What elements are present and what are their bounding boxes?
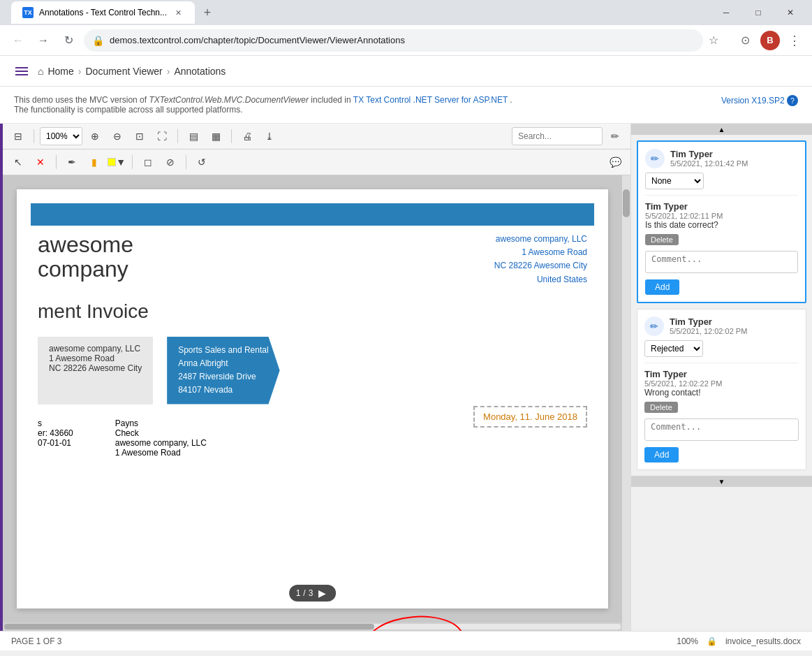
profile-button[interactable]: B: [760, 31, 780, 50]
tab-favicon: TX: [22, 7, 34, 18]
demo-text2: included in: [311, 95, 353, 105]
payment-left: s er: 43660 07-01-01: [38, 418, 73, 458]
color-picker-btn[interactable]: ▼: [107, 152, 126, 172]
select-tool-btn[interactable]: ↖: [8, 152, 28, 172]
menu-button[interactable]: ⋮: [785, 30, 804, 51]
bookmark-button[interactable]: ☆: [709, 34, 718, 47]
status-bar: PAGE 1 OF 3 100% 🔒 invoice_results.docx: [0, 631, 812, 650]
single-page-btn[interactable]: ▤: [184, 126, 203, 146]
hamburger-line: [15, 74, 28, 75]
comment-input-1[interactable]: [645, 251, 798, 273]
two-page-btn[interactable]: ▦: [206, 126, 226, 146]
add-button-2[interactable]: Add: [644, 447, 679, 462]
doc-vertical-scrollbar[interactable]: [622, 175, 630, 631]
close-button[interactable]: ✕: [774, 0, 806, 25]
zoom-in-btn[interactable]: ⊕: [85, 126, 105, 146]
scrollbar-thumb: [623, 189, 630, 217]
annotation-sub-date-1: 5/5/2021, 12:02:11 PM: [645, 212, 798, 220]
demo-text3: .: [510, 95, 512, 105]
download-btn[interactable]: ⤓: [260, 126, 279, 146]
date-annotation-box: Monday, 11. June 2018: [473, 406, 587, 428]
forward-button[interactable]: →: [34, 31, 53, 50]
annotation-sub-comment-1: Is this date correct?: [645, 220, 798, 230]
document-scroll-area[interactable]: awesome company awesome company, LLC 1 A…: [3, 175, 622, 631]
tab-label: Annotations - Text Control Techn...: [39, 8, 167, 17]
zoom-level: 100%: [677, 636, 698, 646]
maximize-button[interactable]: □: [742, 0, 774, 25]
zoom-select[interactable]: 100%: [40, 127, 82, 145]
annotate-btn[interactable]: ✏: [605, 126, 625, 146]
delete-annotation-btn[interactable]: ✕: [31, 152, 50, 172]
annotation-icon-1: ✏: [645, 149, 665, 168]
breadcrumb-home-link[interactable]: Home: [47, 66, 73, 77]
annotation-status-select-2[interactable]: None Accepted Rejected Cancelled: [644, 340, 703, 357]
panel-scroll-down[interactable]: ▼: [631, 476, 812, 487]
breadcrumb-sep2: ›: [167, 66, 170, 77]
back-button[interactable]: ←: [8, 31, 28, 50]
fit-page-btn[interactable]: ⛶: [152, 126, 172, 146]
annotation-date-1: 5/5/2021, 12:01:42 PM: [670, 159, 748, 168]
eraser-btn[interactable]: ◻: [138, 152, 158, 172]
page-total: 3: [309, 588, 313, 598]
reload-button[interactable]: ↻: [59, 31, 78, 50]
viewer-toolbar-2: ↖ ✕ ✒ ▮ ▼ ◻ ⊘ ↺ 💬: [3, 150, 630, 175]
panel-scroll-up[interactable]: ▲: [631, 124, 812, 135]
to-address-box: Sports Sales and Rental Anna Albright 24…: [167, 337, 279, 404]
invoice-title: ment Invoice: [38, 300, 587, 323]
version-info[interactable]: Version X19.SP2 ?: [721, 95, 798, 106]
extensions-button[interactable]: ⊙: [735, 31, 755, 50]
print-btn[interactable]: 🖨: [237, 126, 257, 146]
page-current: 1: [296, 588, 301, 598]
minimize-button[interactable]: ─: [710, 0, 742, 25]
demo-link[interactable]: TX Text Control .NET Server for ASP.NET: [353, 95, 508, 105]
annotation-sub-date-2: 5/5/2021, 12:02:22 PM: [644, 379, 799, 388]
delete-button-1[interactable]: Delete: [645, 234, 679, 245]
comment-input-2[interactable]: [644, 418, 799, 441]
layout-single-btn[interactable]: ⊟: [8, 126, 28, 146]
demo-text1: This demo uses the MVC version of: [14, 95, 149, 105]
annotation-icon-2: ✏: [644, 316, 664, 336]
annotation-status-select-1[interactable]: None Accepted Rejected Cancelled: [645, 173, 704, 189]
breadcrumb-current: Annotations: [174, 66, 226, 77]
active-tab[interactable]: TX Annotations - Text Control Techn... ✕: [11, 1, 195, 24]
delete-button-2[interactable]: Delete: [644, 402, 678, 413]
circle-annotation: [364, 612, 466, 631]
hamburger-line: [15, 71, 28, 72]
annotation-sub-comment-2: Wrong contact!: [644, 388, 799, 398]
page-navigation[interactable]: 1 / 3 ▶: [289, 585, 337, 602]
undo-btn[interactable]: ↺: [192, 152, 212, 172]
breadcrumb-home-icon: ⌂: [38, 66, 43, 77]
page-next-button[interactable]: ▶: [316, 588, 329, 599]
zoom-out-btn[interactable]: ⊖: [108, 126, 127, 146]
page-info: PAGE 1 OF 3: [11, 636, 61, 646]
clear-btn[interactable]: ⊘: [161, 152, 180, 172]
breadcrumb-section-link[interactable]: Document Viewer: [86, 66, 163, 77]
new-tab-button[interactable]: +: [198, 3, 217, 22]
url-text: demos.textcontrol.com/chapter/topic/Docu…: [110, 35, 695, 45]
hamburger-menu[interactable]: [11, 63, 32, 80]
breadcrumb: ⌂ Home › Document Viewer › Annotations: [38, 66, 226, 77]
annotation-card-1: ✏ Tim Typer 5/5/2021, 12:01:42 PM None A…: [637, 140, 806, 303]
to-inner: Sports Sales and Rental Anna Albright 24…: [178, 344, 268, 398]
tab-close-button[interactable]: ✕: [172, 7, 184, 18]
highlight-btn[interactable]: ▮: [84, 152, 104, 172]
address-bar[interactable]: 🔒 demos.textcontrol.com/chapter/topic/Do…: [84, 29, 703, 52]
annotation-author-1: Tim Typer: [670, 149, 748, 159]
annotations-panel: ▲ ✏ Tim Typer 5/5/2021, 12:01:42 PM None…: [630, 124, 812, 631]
hamburger-line: [15, 67, 28, 68]
page-sep: /: [303, 588, 305, 598]
company-header: awesome company awesome company, LLC 1 A…: [38, 233, 587, 286]
annotation-date-2: 5/5/2021, 12:02:02 PM: [670, 327, 747, 335]
annotation-sub-author-1: Tim Typer: [645, 201, 798, 212]
viewer-toolbar-1: ⊟ 100% ⊕ ⊖ ⊡ ⛶ ▤ ▦ 🖨 ⤓ ✏: [3, 124, 630, 150]
fit-width-btn[interactable]: ⊡: [130, 126, 149, 146]
search-input[interactable]: [512, 127, 603, 145]
filename: invoice_results.docx: [725, 636, 801, 646]
company-logo: awesome company: [38, 233, 133, 286]
ink-pen-btn[interactable]: ✒: [62, 152, 82, 172]
payment-right: Payns Check awesome company, LLC 1 Aweso…: [115, 418, 207, 458]
doc-blue-header: [31, 203, 594, 226]
comment-btn[interactable]: 💬: [605, 152, 625, 172]
add-button-1[interactable]: Add: [645, 279, 679, 295]
demo-text4: The functionality is compatible across a…: [14, 105, 243, 115]
